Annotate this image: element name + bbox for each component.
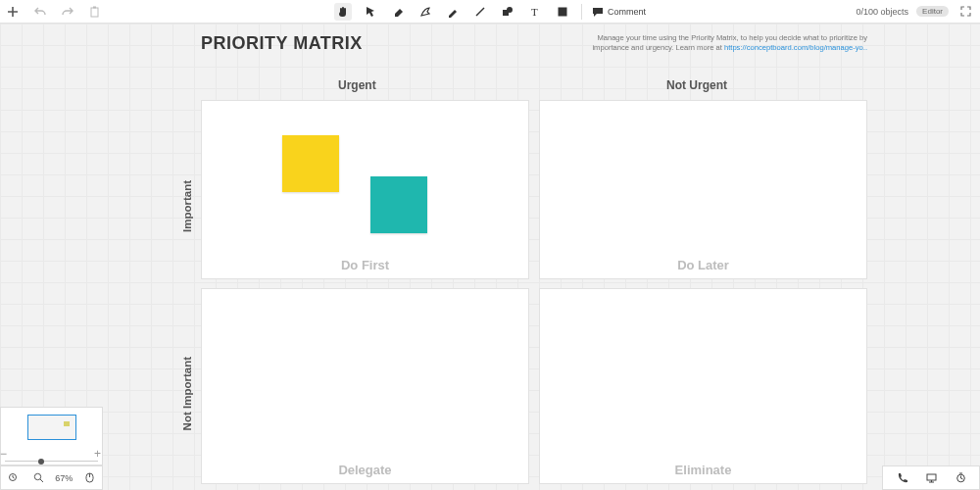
comment-label: Comment [608, 7, 646, 17]
sticky-note-tool-icon[interactable] [554, 3, 571, 21]
matrix-description: Manage your time using the Priority Matr… [583, 33, 867, 53]
column-header-not-urgent: Not Urgent [666, 78, 727, 92]
zoom-slider-track[interactable] [5, 461, 98, 462]
add-icon[interactable] [4, 3, 22, 21]
undo-icon[interactable] [31, 3, 49, 21]
marker-tool-icon[interactable] [444, 3, 462, 21]
toolbar-right-group: 0/100 objects Editor [857, 3, 980, 21]
mouse-mode-icon[interactable] [80, 469, 98, 487]
role-badge[interactable]: Editor [916, 6, 949, 17]
svg-point-3 [507, 7, 513, 13]
sticky-note-yellow[interactable] [282, 135, 339, 192]
quadrant-delegate[interactable]: Delegate [201, 288, 529, 484]
redo-icon[interactable] [59, 3, 76, 21]
svg-rect-1 [93, 6, 96, 8]
pen-tool-icon[interactable] [416, 3, 434, 21]
comment-icon [592, 6, 604, 18]
zoom-controls: 67% [0, 466, 103, 490]
quadrant-do-later[interactable]: Do Later [539, 100, 867, 279]
toolbar-divider [581, 4, 582, 20]
matrix-title: PRIORITY MATRIX [201, 33, 363, 54]
zoom-out-icon[interactable] [30, 469, 48, 487]
svg-text:T: T [531, 6, 538, 18]
quadrant-do-first[interactable]: Do First [201, 100, 529, 279]
learn-more-link[interactable]: https://conceptboard.com/blog/manage-yo.… [724, 43, 867, 52]
svg-rect-5 [558, 7, 566, 16]
phone-icon[interactable] [893, 469, 910, 487]
text-tool-icon[interactable]: T [526, 3, 544, 21]
line-tool-icon[interactable] [471, 3, 489, 21]
svg-rect-0 [91, 8, 98, 17]
toolbar-center-group: T Comment [334, 3, 646, 21]
row-header-important: Important [181, 180, 193, 232]
zoom-minus-button[interactable]: − [0, 447, 7, 461]
svg-point-9 [34, 473, 40, 479]
comment-button[interactable]: Comment [592, 6, 646, 18]
minimap[interactable] [0, 407, 103, 466]
zoom-slider-handle[interactable] [38, 459, 44, 465]
hand-tool-icon[interactable] [334, 3, 352, 21]
pointer-tool-icon[interactable] [362, 3, 379, 21]
timer-icon[interactable] [952, 469, 969, 487]
eraser-tool-icon[interactable] [389, 3, 407, 21]
canvas[interactable]: PRIORITY MATRIX Manage your time using t… [0, 24, 980, 490]
present-icon[interactable] [922, 469, 940, 487]
svg-rect-11 [927, 474, 936, 480]
quadrant-label: Do First [202, 258, 528, 272]
quadrant-label: Do Later [540, 258, 866, 272]
shape-tool-icon[interactable] [499, 3, 516, 21]
zoom-level: 67% [55, 473, 73, 483]
quadrant-eliminate[interactable]: Eliminate [539, 288, 867, 484]
column-header-urgent: Urgent [338, 78, 376, 92]
sticky-note-teal[interactable] [370, 176, 427, 233]
fullscreen-icon[interactable] [956, 3, 974, 21]
minimap-viewport[interactable] [27, 415, 76, 440]
zoom-plus-button[interactable]: + [94, 447, 101, 461]
top-toolbar: T Comment 0/100 objects Editor [0, 0, 980, 24]
bottom-right-controls [882, 466, 980, 490]
quadrant-label: Delegate [202, 463, 528, 477]
row-header-not-important: Not Important [181, 357, 193, 430]
object-count: 0/100 objects [857, 7, 909, 17]
clipboard-icon[interactable] [86, 3, 104, 21]
toolbar-left-group [0, 3, 104, 21]
quadrant-label: Eliminate [540, 463, 866, 477]
zoom-reset-icon[interactable] [5, 469, 23, 487]
